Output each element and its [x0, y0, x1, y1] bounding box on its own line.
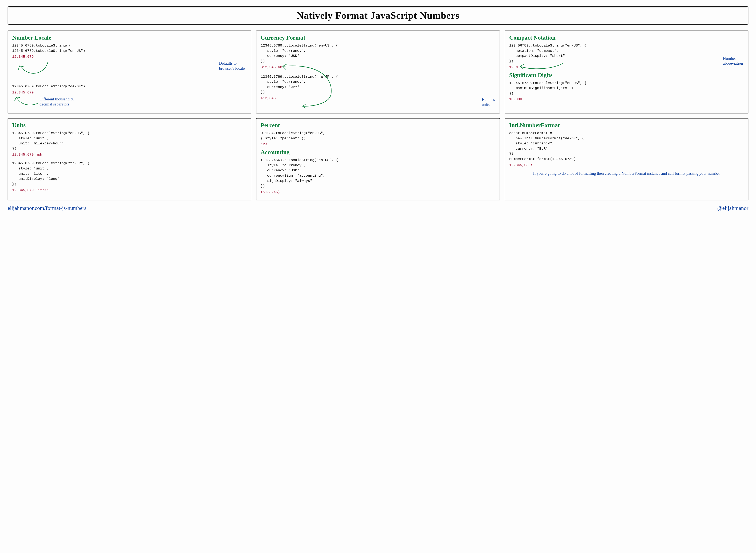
result-text: 12,345.679 mph	[12, 153, 247, 157]
annotation-text: Handles units	[482, 97, 495, 107]
card-number-locale: Number Locale 12345.6789.toLocaleString(…	[8, 30, 251, 113]
card-heading: Units	[12, 122, 247, 129]
footer-handle: @elijahmanor	[717, 205, 748, 211]
card-currency-format: Currency Format 12345.6789.toLocaleStrin…	[256, 30, 500, 113]
code-block: 0.1234.toLocaleString("en-US", { style: …	[261, 131, 495, 141]
footer-link: elijahmanor.com/format-js-numbers	[8, 205, 86, 211]
result-text: ($123.46)	[261, 190, 495, 194]
card-compact-notation: Compact Notation 123456789..toLocaleStri…	[505, 30, 748, 113]
code-block: (-123.456).toLocaleString("en-US", { sty…	[261, 158, 495, 189]
card-heading: Currency Format	[261, 34, 495, 41]
arrow-icon	[12, 95, 39, 107]
result-text: 12,345.679	[12, 55, 247, 59]
card-heading: Percent	[261, 122, 495, 129]
code-block: 12345.6789.toLocaleString() 12345.6789.t…	[12, 43, 247, 54]
code-block: 12345.6789.toLocaleString("en-US", { sty…	[261, 43, 495, 64]
annotation-text: Defaults to browser's locale	[219, 61, 245, 71]
result-text: 12.345,679	[12, 90, 247, 94]
code-block: const numberFormat = new Intl.NumberForm…	[509, 131, 744, 162]
card-heading: Number Locale	[12, 34, 247, 41]
card-heading: Compact Notation	[509, 34, 744, 41]
result-text: 10,000	[509, 97, 744, 101]
arrow-icon	[280, 64, 334, 108]
code-block: 12345.6789.toLocaleString("fr-FR", { sty…	[12, 161, 247, 187]
page-title: Natively Format JavaScript Numbers	[12, 10, 744, 21]
annotation-text: Different thousand & decimal separators	[39, 97, 74, 107]
code-block: 12345.6789.toLocaleString("de-DE")	[12, 84, 247, 89]
result-text: 12.345,68 €	[509, 163, 744, 167]
card-percent-accounting: Percent 0.1234.toLocaleString("en-US", {…	[256, 118, 500, 201]
card-intl-numberformat: Intl.NumberFormat const numberFormat = n…	[505, 118, 748, 201]
footer: elijahmanor.com/format-js-numbers @elija…	[8, 205, 748, 211]
card-subheading: Accounting	[261, 149, 495, 156]
card-heading: Intl.NumberFormat	[509, 122, 744, 129]
annotation-text: If you're going to do a lot of formattin…	[509, 169, 744, 176]
annotation-text: Number abbreviation	[723, 56, 743, 66]
result-text: 12 345,679 litres	[12, 188, 247, 192]
code-block: 123456789..toLocaleString("en-US", { not…	[509, 43, 744, 64]
card-units: Units 12345.6789.toLocaleString("en-US",…	[8, 118, 251, 201]
cards-grid: Number Locale 12345.6789.toLocaleString(…	[8, 30, 748, 201]
result-text: 12%	[261, 142, 495, 146]
card-subheading: Significant Digits	[509, 72, 744, 79]
code-block: 12345.6789.toLocaleString("en-US", { sty…	[12, 131, 247, 152]
arrow-icon	[14, 60, 50, 83]
title-container: Natively Format JavaScript Numbers	[8, 6, 748, 25]
code-block: 12345.6789.toLocaleString("en-US", { max…	[509, 81, 744, 96]
arrow-icon	[518, 62, 565, 72]
